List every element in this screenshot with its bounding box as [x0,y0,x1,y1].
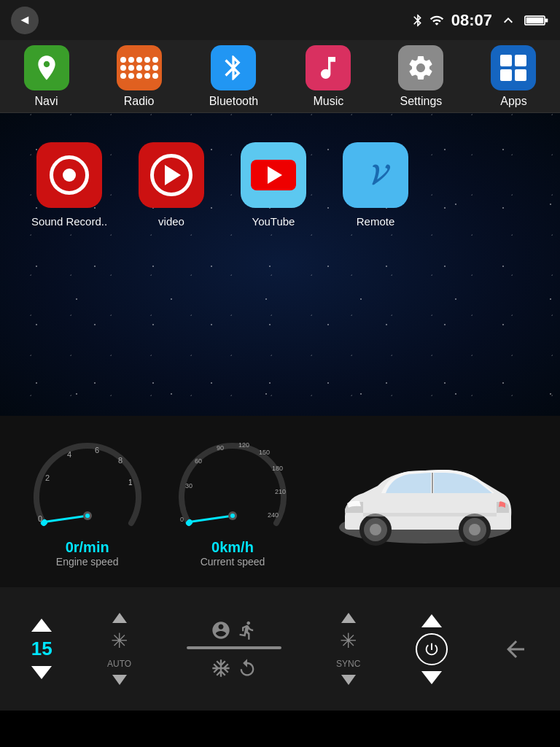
fan-up-button-right[interactable] [341,613,356,623]
navi-icon-bg [24,45,69,90]
battery-icon [524,13,549,28]
svg-text:0: 0 [38,514,42,523]
music-note-icon [314,53,343,82]
svg-point-11 [85,514,90,518]
nav-item-music[interactable]: Music [306,45,351,108]
svg-text:150: 150 [259,449,270,456]
status-right: 08:07 [411,11,549,30]
status-bar: ◄ 08:07 [0,0,560,40]
apps-label: Apps [500,95,526,108]
fan-left-icon: ✳ [111,629,128,653]
remote-icon: 𝓥 [343,142,408,208]
svg-line-9 [47,516,88,522]
rpm-value: 0r/min [66,539,109,556]
right-controls-group [416,614,448,684]
app-item-youtube[interactable]: YouTube [233,142,314,228]
car-svg [323,444,527,560]
left-temp-group: 15 [31,619,52,679]
svg-rect-1 [545,18,548,22]
back-icon: ◄ [18,12,31,28]
right-down-button[interactable] [421,671,442,684]
svg-text:0: 0 [180,516,184,523]
fan-down-button-left[interactable] [112,675,127,685]
sync-label: SYNC [336,659,360,669]
video-play-icon [165,165,181,185]
speed-value: 0km/h [211,539,254,556]
youtube-inner [251,160,296,190]
video-circle [150,154,192,196]
app-item-video[interactable]: video [131,142,211,228]
svg-text:1: 1 [128,479,133,487]
svg-text:2: 2 [45,473,50,482]
app-item-sound-recorder[interactable]: Sound Record.. [29,142,109,228]
ac-mode-group [187,620,281,678]
rpm-gauge-svg: 0 2 4 6 8 1 [29,436,146,538]
dashboard: 0 2 4 6 8 1 0r/min Engine speed 0 30 60 … [0,416,560,587]
temp-up-button-left[interactable] [31,619,52,632]
speed-gauge: 0 30 60 90 120 150 180 210 240 0km/h Cur… [174,436,291,568]
power-button[interactable] [416,633,448,665]
back-nav-group [502,616,529,683]
svg-text:6: 6 [95,446,99,454]
radio-dots-icon [120,57,158,79]
speed-label: Current speed [201,556,265,568]
ac-defrost-icon[interactable] [211,658,231,678]
signal-icon [429,13,444,28]
bluetooth-icon-bg [211,45,256,90]
car-image [319,436,531,568]
nav-bar: Navi Radio Bluetooth Music [0,40,560,113]
ac-recirculate-icon[interactable] [237,658,257,678]
fan-speed-left-group: ✳ AUTO [107,613,131,685]
svg-text:240: 240 [268,511,279,519]
status-icons [411,13,444,28]
svg-point-28 [370,524,381,535]
svg-text:90: 90 [217,444,224,452]
nav-item-settings[interactable]: Settings [398,45,443,108]
speed-gauge-svg: 0 30 60 90 120 150 180 210 240 [174,436,291,538]
ac-feet-icon[interactable] [237,620,257,640]
svg-text:8: 8 [118,456,122,465]
settings-label: Settings [400,95,442,108]
nav-item-bluetooth[interactable]: Bluetooth [209,45,259,108]
sound-recorder-label: Sound Record.. [31,215,107,228]
sound-recorder-icon [36,142,102,208]
sound-recorder-inner [50,155,89,195]
radio-label: Radio [124,95,155,108]
svg-point-31 [469,524,481,535]
temp-down-button-left[interactable] [31,666,52,679]
back-button[interactable]: ◄ [11,7,39,34]
music-label: Music [313,95,343,108]
video-label: video [158,215,184,228]
youtube-play-icon [268,166,282,184]
apps-icon-bg [491,45,536,90]
youtube-icon [241,142,306,208]
fan-speed-right-group: ✳ SYNC [336,613,360,685]
radio-icon-bg [117,45,162,90]
ac-slider[interactable] [187,646,281,649]
bottom-control-bar: 15 ✳ AUTO [0,587,560,711]
left-temp-value: 15 [31,638,52,660]
auto-label: AUTO [107,659,131,669]
fan-up-button-left[interactable] [112,613,127,623]
expand-icon[interactable] [499,12,517,29]
back-nav-icon[interactable] [502,636,529,662]
power-icon [424,641,440,657]
engine-speed-gauge: 0 2 4 6 8 1 0r/min Engine speed [29,436,146,568]
ac-face-icon[interactable] [211,620,231,640]
svg-rect-2 [526,17,544,23]
app-item-remote[interactable]: 𝓥 Remote [335,142,416,228]
status-left: ◄ [11,7,39,34]
fan-down-button-right[interactable] [341,675,356,685]
svg-text:60: 60 [195,457,202,465]
nav-item-apps[interactable]: Apps [491,45,536,108]
gear-icon [406,53,435,82]
nav-item-radio[interactable]: Radio [117,45,162,108]
sound-recorder-dot [63,169,76,182]
fan-right-icon: ✳ [340,629,357,653]
svg-text:30: 30 [185,482,192,489]
clock: 08:07 [451,11,492,30]
nav-item-navi[interactable]: Navi [24,45,69,108]
rpm-label: Engine speed [56,556,119,568]
right-up-button[interactable] [421,614,442,627]
ac-bottom-icons [211,658,257,678]
